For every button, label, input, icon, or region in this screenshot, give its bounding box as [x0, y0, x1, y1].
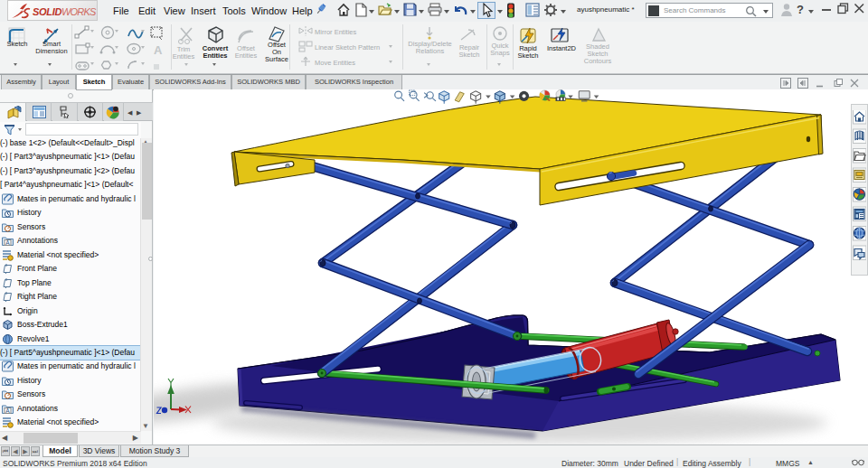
svg-text:A: A [5, 407, 10, 414]
svg-text:A: A [5, 239, 10, 246]
svg-text:A: A [154, 43, 163, 57]
